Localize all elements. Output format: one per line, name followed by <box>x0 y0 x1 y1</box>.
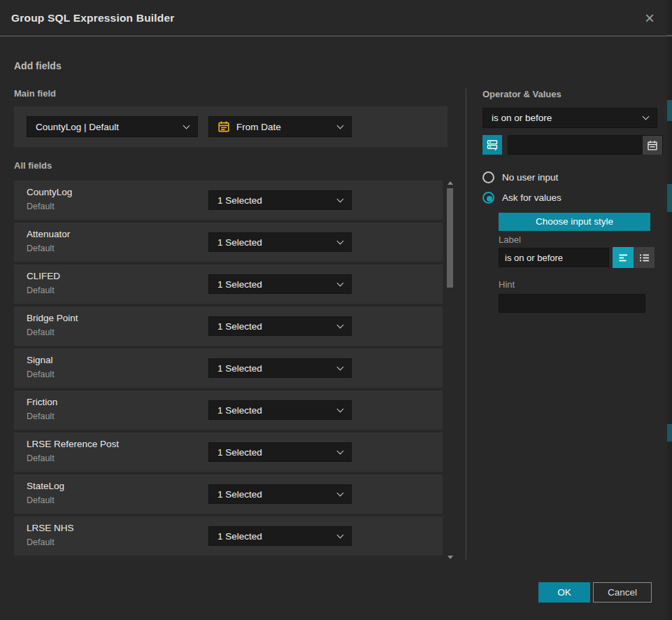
field-row: Friction Default 1 Selected <box>14 390 443 430</box>
label-input[interactable] <box>499 248 609 267</box>
main-field-box: CountyLog | Default From Date <box>14 106 448 147</box>
all-fields-heading: All fields <box>14 160 52 171</box>
field-sublabel: Default <box>27 369 55 379</box>
add-fields-heading: Add fields <box>14 60 62 71</box>
operator-values-heading: Operator & Values <box>482 89 562 99</box>
date-picker-button[interactable] <box>643 136 662 155</box>
field-row: Signal Default 1 Selected <box>14 348 443 388</box>
field-sublabel: Default <box>27 453 55 463</box>
field-name: Attenuator <box>27 229 70 239</box>
operator-select-value: is on or before <box>492 113 643 123</box>
field-sublabel: Default <box>27 286 55 295</box>
field-name: CLIFED <box>27 271 60 281</box>
field-row: Attenuator Default 1 Selected <box>14 223 443 262</box>
field-row: LRSE Reference Post Default 1 Selected <box>14 432 443 472</box>
field-sublabel: Default <box>27 202 55 211</box>
value-field <box>508 135 663 155</box>
operator-select[interactable]: is on or before <box>482 108 657 128</box>
field-selection-dropdown[interactable]: 1 Selected <box>208 358 352 378</box>
field-sublabel: Default <box>27 244 55 253</box>
calendar-icon <box>217 120 230 133</box>
scroll-up-icon[interactable] <box>448 181 453 185</box>
chevron-down-icon <box>337 279 344 286</box>
field-selection-dropdown[interactable]: 1 Selected <box>208 274 352 294</box>
choose-input-style-button[interactable]: Choose input style <box>499 213 650 231</box>
field-selection-dropdown[interactable]: 1 Selected <box>208 190 352 210</box>
scroll-down-icon[interactable] <box>448 556 453 559</box>
background-app-strip <box>667 0 672 620</box>
field-selection-dropdown[interactable]: 1 Selected <box>208 442 352 462</box>
field-sublabel: Default <box>27 537 55 547</box>
field-name: LRSE NHS <box>27 523 74 533</box>
field-name: StateLog <box>27 481 64 491</box>
value-row <box>482 135 657 155</box>
radio-ask-for-values[interactable]: Ask for values <box>482 192 562 204</box>
field-row: StateLog Default 1 Selected <box>14 474 443 514</box>
label-label: Label <box>499 234 521 245</box>
field-sublabel: Default <box>27 495 55 505</box>
chevron-down-icon <box>337 122 344 129</box>
list-style-button[interactable] <box>634 247 655 268</box>
field-row: LRSE NHS Default 1 Selected <box>14 516 443 556</box>
chevron-down-icon <box>337 531 344 538</box>
field-selection-dropdown[interactable]: 1 Selected <box>208 484 352 504</box>
main-field-heading: Main field <box>14 88 56 99</box>
group-sql-expression-builder-dialog: Group SQL Expression Builder × Add field… <box>0 0 667 620</box>
field-row: CountyLog Default 1 Selected <box>14 181 443 220</box>
field-row: CLIFED Default 1 Selected <box>14 265 443 304</box>
radio-no-user-input[interactable]: No user input <box>482 171 558 183</box>
field-name: CountyLog <box>27 187 72 197</box>
radio-selected-icon <box>482 192 494 204</box>
field-name: Bridge Point <box>27 313 78 323</box>
field-selection-dropdown[interactable]: 1 Selected <box>208 232 352 252</box>
chevron-down-icon <box>183 122 190 129</box>
scrollbar-thumb[interactable] <box>447 188 453 288</box>
radio-icon <box>482 171 494 183</box>
field-selection-dropdown[interactable]: 1 Selected <box>208 400 352 420</box>
cancel-button[interactable]: Cancel <box>593 582 652 603</box>
field-name: LRSE Reference Post <box>27 439 119 449</box>
operator-values-panel: Operator & Values is on or before <box>482 0 657 620</box>
all-fields-list: CountyLog Default 1 Selected Attenuator … <box>14 181 443 558</box>
ok-button[interactable]: OK <box>538 582 590 603</box>
field-selection-dropdown[interactable]: 1 Selected <box>208 316 352 336</box>
main-field-select[interactable]: From Date <box>208 116 352 137</box>
field-sublabel: Default <box>27 411 55 421</box>
main-field-select-value: From Date <box>236 122 331 132</box>
hint-input[interactable] <box>499 294 645 313</box>
field-name: Friction <box>27 397 57 407</box>
main-layer-select[interactable]: CountyLog | Default <box>27 116 198 137</box>
field-name: Signal <box>27 355 53 365</box>
list-scrollbar[interactable] <box>446 181 454 560</box>
chevron-down-icon <box>337 237 344 244</box>
field-sublabel: Default <box>27 327 55 337</box>
main-layer-select-value: CountyLog | Default <box>36 122 184 132</box>
single-value-style-button[interactable] <box>613 247 634 268</box>
dialog-title: Group SQL Expression Builder <box>11 0 175 36</box>
value-input[interactable] <box>508 136 643 154</box>
unique-values-button[interactable] <box>482 135 502 155</box>
field-selection-dropdown[interactable]: 1 Selected <box>208 526 352 546</box>
column-divider <box>466 88 466 560</box>
hint-label: Hint <box>499 279 515 290</box>
chevron-down-icon <box>337 489 344 496</box>
chevron-down-icon <box>337 363 344 370</box>
chevron-down-icon <box>337 321 344 328</box>
chevron-down-icon <box>337 447 344 454</box>
field-row: Bridge Point Default 1 Selected <box>14 307 443 346</box>
chevron-down-icon <box>337 405 344 412</box>
chevron-down-icon <box>337 195 344 202</box>
chevron-down-icon <box>643 113 650 120</box>
